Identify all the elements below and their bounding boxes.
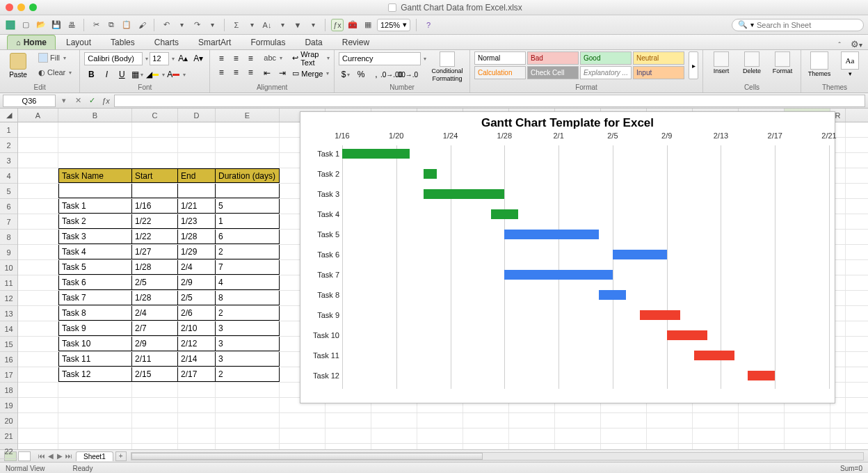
cell[interactable] [18, 245, 58, 259]
cut-icon[interactable]: ✂ [90, 19, 102, 31]
caret-down-icon[interactable]: ▾ [183, 72, 186, 78]
column-header[interactable]: B [58, 109, 132, 122]
format-cells-button[interactable]: Format [769, 51, 796, 74]
cell[interactable]: Task 8 [58, 306, 132, 321]
cell[interactable] [178, 153, 216, 168]
cell[interactable] [326, 428, 371, 443]
select-all-corner[interactable]: ◢ [0, 109, 17, 122]
cell[interactable]: 1/16 [132, 199, 178, 214]
save-icon[interactable]: 💾 [50, 19, 63, 31]
cell[interactable] [280, 444, 326, 449]
cell[interactable] [216, 444, 280, 449]
cell[interactable] [178, 428, 216, 443]
cell[interactable] [280, 413, 326, 428]
cell-style-neutral[interactable]: Neutral [633, 51, 684, 65]
align-bottom-button[interactable]: ≡ [243, 51, 257, 65]
cell[interactable] [216, 122, 280, 137]
add-sheet-button[interactable]: + [115, 451, 127, 461]
cell[interactable] [647, 428, 693, 443]
next-sheet-button[interactable]: ▶ [56, 452, 64, 460]
cell[interactable] [647, 413, 693, 428]
merge-toggle[interactable]: ▭Merge▾ [292, 67, 330, 80]
name-box-dropdown[interactable]: ▾ [58, 95, 70, 106]
ribbon-options-icon[interactable]: ⚙▾ [845, 39, 868, 49]
cell[interactable]: Task 4 [58, 245, 132, 259]
column-header[interactable]: A [18, 109, 58, 122]
cell-style-calculation[interactable]: Calculation [474, 66, 526, 79]
cell[interactable]: Task 7 [58, 291, 132, 305]
theme-fonts-button[interactable]: Aa▾ [836, 51, 864, 77]
cell[interactable] [132, 122, 178, 137]
media-browser-icon[interactable]: ▦ [362, 19, 374, 31]
cell[interactable] [280, 428, 326, 443]
filter-dropdown-icon[interactable]: ▾ [307, 19, 319, 31]
cell[interactable]: 2/5 [178, 291, 216, 305]
collapse-ribbon-button[interactable]: ˆ [838, 41, 844, 49]
cell[interactable]: 5 [216, 199, 280, 214]
app-menu-icon[interactable] [4, 19, 17, 31]
row-header[interactable]: 13 [0, 306, 17, 321]
cell[interactable] [18, 444, 58, 449]
cell[interactable] [693, 444, 739, 449]
sort-dropdown-icon[interactable]: ▾ [276, 19, 289, 31]
wrap-text-toggle[interactable]: ↩Wrap Text▾ [292, 51, 330, 65]
cancel-formula-button[interactable]: ✕ [72, 95, 83, 106]
align-top-button[interactable]: ≡ [214, 51, 228, 65]
cell[interactable] [178, 184, 216, 198]
align-center-button[interactable]: ≡ [229, 65, 243, 79]
borders-button[interactable]: ▦▾ [130, 68, 144, 81]
cell[interactable]: Task 12 [58, 367, 132, 382]
cell[interactable] [18, 413, 58, 428]
cell[interactable] [18, 306, 58, 321]
cell[interactable]: 1/22 [132, 230, 178, 244]
page-layout-view-button[interactable] [18, 451, 31, 461]
cell[interactable]: 3 [216, 337, 280, 351]
cell[interactable] [601, 428, 647, 443]
cell[interactable]: Task 9 [58, 321, 132, 336]
font-name-select[interactable]: Calibri (Body) [84, 52, 143, 65]
cell[interactable] [18, 383, 58, 397]
row-header[interactable]: 12 [0, 291, 17, 306]
cell[interactable] [216, 184, 280, 198]
cell[interactable] [18, 367, 58, 382]
cell[interactable] [58, 383, 132, 397]
cell[interactable] [132, 153, 178, 168]
last-sheet-button[interactable]: ⏭ [65, 452, 73, 460]
cell[interactable]: 2 [216, 306, 280, 321]
italic-button[interactable]: I [99, 68, 113, 81]
cell[interactable] [830, 413, 846, 428]
redo-dropdown-icon[interactable]: ▾ [206, 19, 218, 31]
worksheet-grid[interactable]: ◢ 12345678910111213141516171819202122 AB… [0, 109, 868, 449]
format-painter-icon[interactable]: 🖌 [136, 19, 148, 31]
autosum-icon[interactable]: Σ [230, 19, 243, 31]
cell[interactable] [509, 444, 555, 449]
cell[interactable] [178, 383, 216, 397]
cell[interactable] [830, 444, 846, 449]
cell[interactable]: 8 [216, 291, 280, 305]
cell[interactable] [785, 428, 830, 443]
cell-style-explanatory-[interactable]: Explanatory ... [580, 66, 632, 79]
cell[interactable] [216, 413, 280, 428]
cell[interactable] [58, 413, 132, 428]
cell[interactable]: 2/15 [132, 367, 178, 382]
cell[interactable] [216, 138, 280, 152]
toolbox-icon[interactable]: 🧰 [346, 19, 359, 31]
cell[interactable] [132, 413, 178, 428]
align-middle-button[interactable]: ≡ [229, 51, 243, 65]
tab-home[interactable]: ⌂ Home [7, 35, 56, 49]
tab-smartart[interactable]: SmartArt [189, 35, 240, 49]
cell[interactable]: Start [132, 168, 178, 183]
cell[interactable] [18, 199, 58, 214]
close-window-button[interactable] [6, 3, 13, 11]
cell[interactable] [132, 184, 178, 198]
percent-button[interactable]: % [354, 68, 368, 81]
cell[interactable] [739, 413, 785, 428]
delete-cells-button[interactable]: Delete [738, 51, 766, 74]
cell[interactable] [178, 413, 216, 428]
column-header[interactable]: E [216, 109, 280, 122]
orientation-button[interactable]: abc▾ [260, 51, 289, 64]
row-header[interactable]: 8 [0, 230, 17, 245]
cell[interactable] [739, 428, 785, 443]
tab-charts[interactable]: Charts [145, 35, 188, 49]
cell[interactable] [18, 122, 58, 137]
